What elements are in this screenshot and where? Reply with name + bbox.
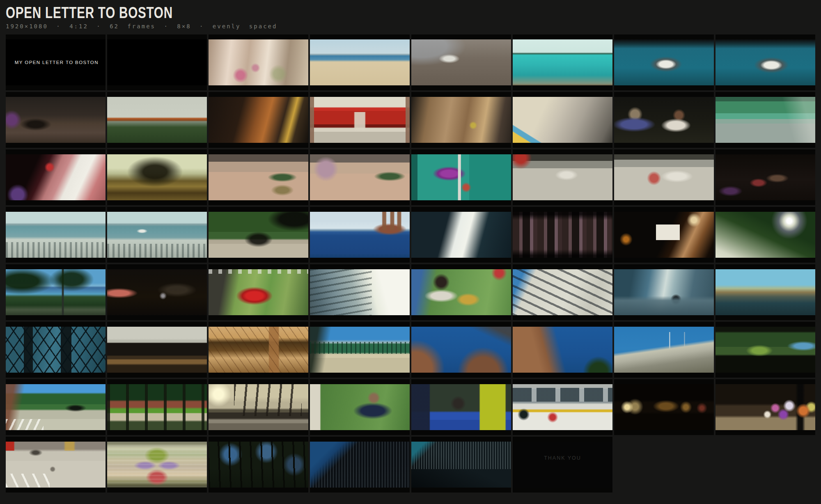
frame-image: [209, 154, 308, 200]
frame-image: [513, 39, 612, 85]
frame-40-blurred-pond-reflection: [716, 264, 815, 320]
frame-4-beach-shoreline: [310, 34, 410, 90]
frame-43-railyard-sepia: [209, 322, 308, 378]
frame-31-night-menu-sign: [614, 207, 714, 263]
frame-1-intro-title-card: MY OPEN LETTER TO BOSTON: [6, 34, 105, 90]
frame-grid: MY OPEN LETTER TO BOSTONTHANK YOU: [6, 34, 815, 493]
frame-image: [6, 154, 105, 200]
frame-10-elevated-train-over-trees: [107, 92, 207, 148]
frame-image: [513, 97, 612, 143]
frame-2-black-frame: [107, 34, 207, 90]
frame-image: [411, 384, 511, 430]
frame-62-thank-you-card: THANK YOU: [513, 437, 612, 493]
frame-34-pedicab-dark-interior: [107, 264, 207, 320]
frame-7-motorboat-1: [614, 34, 714, 90]
frame-image: [716, 97, 815, 143]
frame-image: [310, 154, 410, 200]
frame-image: [107, 39, 207, 85]
frame-image: [716, 327, 815, 373]
frame-48-dusk-park-waterfront: [716, 322, 815, 378]
frame-9-wheelchair-street: [6, 92, 105, 148]
frame-14-blue-line-train-front: [513, 92, 612, 148]
frame-image: [107, 384, 207, 430]
frame-image: [6, 212, 105, 258]
frame-5-seagull-on-sand: [411, 34, 511, 90]
frame-image: [209, 39, 308, 85]
frame-image: [310, 212, 410, 258]
frame-16-green-line-street-corner: [716, 92, 815, 148]
frame-11-orange-line-platform: [209, 92, 308, 148]
frame-6-harbor-horizon: [513, 34, 612, 90]
frame-17-flags-building-lookup: [6, 149, 105, 205]
frame-image: [310, 39, 410, 85]
frame-image: THANK YOU: [513, 442, 612, 488]
frame-image: [107, 269, 207, 315]
frame-27-park-gathering: [209, 207, 308, 263]
frame-image: [614, 384, 714, 430]
frame-image: [614, 212, 714, 258]
frame-13-brownstone-street: [411, 92, 511, 148]
frame-59-forest-silhouette-dusk: [209, 437, 308, 493]
frame-35-red-guitar-closeup: [209, 264, 308, 320]
frame-22-dancer-plaza-1: [513, 149, 612, 205]
frame-18-autumn-park-tree: [107, 149, 207, 205]
frame-image: [209, 442, 308, 488]
frame-46-brick-tower-sky: [513, 322, 612, 378]
frame-47-zakim-bridge-ramp: [614, 322, 714, 378]
frame-61-fence-light-slits: [411, 437, 511, 493]
frame-30-motion-blur-streaks: [513, 207, 612, 263]
frame-38-white-building-lookup: [513, 264, 612, 320]
frame-44-green-bridge-road: [310, 322, 410, 378]
frame-8-motorboat-2: [716, 34, 815, 90]
frame-image: [310, 269, 410, 315]
frame-image: [411, 442, 511, 488]
frame-55-night-street-headlights: [614, 379, 714, 435]
frame-60-slat-fence-blue-sky: [310, 437, 410, 493]
frame-image: [6, 97, 105, 143]
frame-49-curved-street-cyclist: [6, 379, 105, 435]
page-header: OPEN LETTER TO BOSTON 1920×1080 · 4:12 ·…: [0, 0, 821, 30]
frame-56-flower-market: [716, 379, 815, 435]
frame-image: [716, 384, 815, 430]
frame-image: [513, 154, 612, 200]
frame-image: [209, 212, 308, 258]
frame-36-sunlit-facade-flare: [310, 264, 410, 320]
frame-image: [614, 269, 714, 315]
frame-image: [614, 97, 714, 143]
frame-32-willow-sun-flare: [716, 207, 815, 263]
frame-image: [209, 384, 308, 430]
frame-image: [209, 269, 308, 315]
frame-image: [716, 39, 815, 85]
frame-image: [614, 327, 714, 373]
frame-28-harbor-power-plant: [310, 207, 410, 263]
frame-image: [411, 212, 511, 258]
frame-image: [614, 39, 714, 85]
frame-image: [310, 97, 410, 143]
frame-image: [513, 327, 612, 373]
frame-52-bearded-man-sunglasses: [310, 379, 410, 435]
frame-image: [6, 327, 105, 373]
frame-image: [107, 327, 207, 373]
frame-25-charles-river-balustrade-1: [6, 207, 105, 263]
frame-image: [513, 269, 612, 315]
frame-19-street-performer-1: [209, 149, 308, 205]
frame-29-building-canyon-lookup: [411, 207, 511, 263]
frame-image: [310, 442, 410, 488]
frame-image: [209, 327, 308, 373]
frame-image: [310, 327, 410, 373]
frame-57-intersection-crosswalk: [6, 437, 105, 493]
frame-21-pole-acrobat-purple: [411, 149, 511, 205]
frame-image: [614, 154, 714, 200]
frame-image: [411, 269, 511, 315]
frame-image: MY OPEN LETTER TO BOSTON: [6, 39, 105, 85]
frame-image: [6, 442, 105, 488]
frame-image: [6, 384, 105, 430]
frame-12-fire-station-red-doors: [310, 92, 410, 148]
frame-image: [716, 269, 815, 315]
video-metadata: 1920×1080 · 4:12 · 62 frames · 8×8 · eve…: [6, 23, 821, 30]
frame-37-conga-player: [411, 264, 511, 320]
frame-53-dunk-tank-clown: [411, 379, 511, 435]
frame-15-street-musicians: [614, 92, 714, 148]
frame-42-railyard-silhouette: [107, 322, 207, 378]
frame-50-campus-lawn: [107, 379, 207, 435]
